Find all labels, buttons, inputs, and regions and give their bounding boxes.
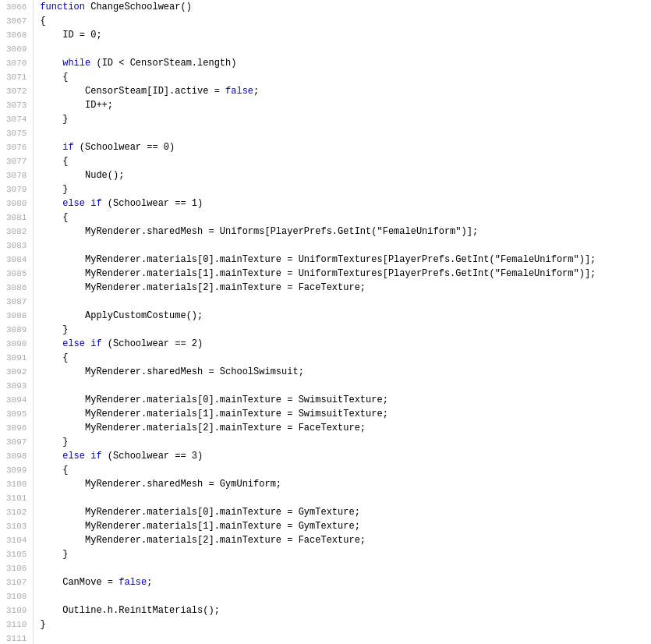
line-number: 3107 [6, 575, 27, 589]
code-line: MyRenderer.materials[0].mainTexture = Un… [40, 253, 651, 267]
code-line: } [40, 435, 651, 449]
code-line: } [40, 182, 651, 196]
code-line [40, 589, 651, 603]
line-number: 3066 [6, 0, 27, 14]
code-line: ApplyCustomCostume(); [40, 309, 651, 323]
line-number: 3085 [6, 267, 27, 281]
line-number: 3068 [6, 28, 27, 42]
line-number: 3070 [6, 56, 27, 70]
code-line: MyRenderer.sharedMesh = Uniforms[PlayerP… [40, 225, 651, 239]
code-line: { [40, 70, 651, 84]
code-line: MyRenderer.sharedMesh = SchoolSwimsuit; [40, 365, 651, 379]
line-number: 3090 [6, 337, 27, 351]
line-number: 3089 [6, 323, 27, 337]
line-number: 3069 [6, 42, 27, 56]
line-number: 3073 [6, 98, 27, 112]
line-number: 3074 [6, 112, 27, 126]
line-number: 3094 [6, 393, 27, 407]
line-number: 3072 [6, 84, 27, 98]
code-line: } [40, 547, 651, 561]
line-number: 3081 [6, 211, 27, 225]
code-line: MyRenderer.materials[1].mainTexture = Un… [40, 267, 651, 281]
code-line: { [40, 14, 651, 28]
code-line: MyRenderer.materials[0].mainTexture = Gy… [40, 505, 651, 519]
line-number: 3083 [6, 239, 27, 253]
code-line: MyRenderer.materials[2].mainTexture = Fa… [40, 281, 651, 295]
line-number: 3082 [6, 225, 27, 239]
code-line [40, 632, 651, 644]
line-number: 3097 [6, 435, 27, 449]
code-line: CensorSteam[ID].active = false; [40, 84, 651, 98]
line-number: 3086 [6, 281, 27, 295]
code-line: CanMove = false; [40, 575, 651, 589]
code-line: } [40, 112, 651, 126]
line-number: 3111 [6, 632, 27, 644]
code-line: { [40, 154, 651, 168]
code-line [40, 126, 651, 140]
line-number: 3103 [6, 519, 27, 533]
line-number: 3071 [6, 70, 27, 84]
line-number: 3077 [6, 154, 27, 168]
line-number: 3088 [6, 309, 27, 323]
code-line: MyRenderer.materials[0].mainTexture = Sw… [40, 393, 651, 407]
code-line: else if (Schoolwear == 2) [40, 337, 651, 351]
code-line: { [40, 351, 651, 365]
code-content: function ChangeSchoolwear(){ ID = 0; whi… [34, 0, 651, 644]
line-number: 3093 [6, 379, 27, 393]
line-number: 3076 [6, 140, 27, 154]
code-line: if (Schoolwear == 0) [40, 140, 651, 154]
line-number: 3084 [6, 253, 27, 267]
line-number: 3102 [6, 505, 27, 519]
line-number: 3096 [6, 421, 27, 435]
line-number: 3092 [6, 365, 27, 379]
line-number: 3105 [6, 547, 27, 561]
code-line: Nude(); [40, 168, 651, 182]
line-number: 3098 [6, 449, 27, 463]
code-line: MyRenderer.sharedMesh = GymUniform; [40, 477, 651, 491]
code-line [40, 42, 651, 56]
line-number: 3100 [6, 477, 27, 491]
code-line: MyRenderer.materials[1].mainTexture = Sw… [40, 407, 651, 421]
line-number: 3104 [6, 533, 27, 547]
code-line: while (ID < CensorSteam.length) [40, 56, 651, 70]
line-numbers: 3066306730683069307030713072307330743075… [0, 0, 34, 644]
code-line: MyRenderer.materials[2].mainTexture = Fa… [40, 421, 651, 435]
line-number: 3078 [6, 168, 27, 182]
line-number: 3108 [6, 589, 27, 603]
code-line: ID++; [40, 98, 651, 112]
code-line: Outline.h.ReinitMaterials(); [40, 603, 651, 617]
code-editor: 3066306730683069307030713072307330743075… [0, 0, 651, 644]
line-number: 3095 [6, 407, 27, 421]
code-line [40, 295, 651, 309]
line-number: 3110 [6, 617, 27, 632]
code-line [40, 561, 651, 575]
line-number: 3080 [6, 196, 27, 211]
line-number: 3075 [6, 126, 27, 140]
line-number: 3101 [6, 491, 27, 505]
code-line: { [40, 463, 651, 477]
line-number: 3109 [6, 603, 27, 617]
code-line [40, 491, 651, 505]
code-line: } [40, 617, 651, 632]
line-number: 3087 [6, 295, 27, 309]
code-line: else if (Schoolwear == 1) [40, 196, 651, 211]
code-line: else if (Schoolwear == 3) [40, 449, 651, 463]
code-line [40, 239, 651, 253]
code-line: } [40, 323, 651, 337]
line-number: 3067 [6, 14, 27, 28]
code-line: { [40, 211, 651, 225]
code-line: ID = 0; [40, 28, 651, 42]
line-number: 3099 [6, 463, 27, 477]
line-number: 3079 [6, 182, 27, 196]
code-line: MyRenderer.materials[2].mainTexture = Fa… [40, 533, 651, 547]
code-line: function ChangeSchoolwear() [40, 0, 651, 14]
line-number: 3106 [6, 561, 27, 575]
code-line [40, 379, 651, 393]
code-line: MyRenderer.materials[1].mainTexture = Gy… [40, 519, 651, 533]
line-number: 3091 [6, 351, 27, 365]
